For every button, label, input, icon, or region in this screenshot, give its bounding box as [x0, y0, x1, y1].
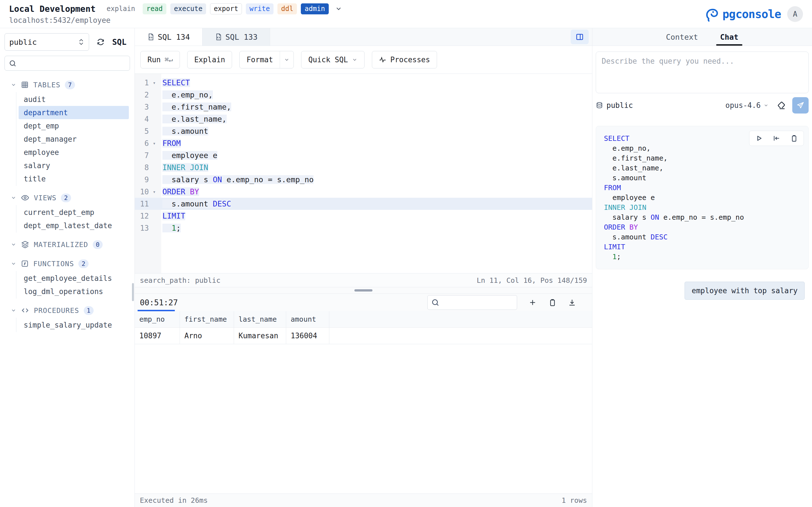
explain-button[interactable]: Explain [187, 51, 232, 68]
format-dropdown-button[interactable] [280, 51, 294, 68]
sidebar-item-title[interactable]: title [18, 172, 129, 185]
results-header-row: emp_nofirst_namelast_nameamount [135, 311, 592, 328]
sidebar-item-current_dept_emp[interactable]: current_dept_emp [18, 206, 129, 219]
column-header-amount[interactable]: amount [286, 311, 329, 327]
model-selector[interactable]: opus-4.6 [725, 101, 769, 110]
code-text: LIMIT [162, 212, 185, 220]
sidebar-item-log_dml_operations[interactable]: log_dml_operations [18, 285, 129, 298]
sidebar-item-dept_emp[interactable]: dept_emp [18, 119, 129, 132]
section-header-tables[interactable]: TABLES7 [0, 77, 135, 92]
badge-write: write [246, 3, 273, 14]
run-code-button[interactable] [755, 134, 763, 142]
section-count-badge: 1 [84, 306, 94, 315]
section-header-procedures[interactable]: PROCEDURES1 [0, 303, 135, 318]
results-empty-area [135, 344, 592, 494]
tab-context[interactable]: Context [665, 28, 699, 46]
section-items: simple_salary_update [16, 318, 135, 332]
sql-mode-label[interactable]: SQL [112, 38, 126, 47]
column-header-emp_no[interactable]: emp_no [135, 311, 180, 327]
section-header-materialized[interactable]: MATERIALIZED0 [0, 237, 135, 252]
processes-button[interactable]: Processes [372, 51, 437, 68]
section-header-views[interactable]: VIEWS2 [0, 190, 135, 205]
tab-chat[interactable]: Chat [719, 28, 740, 46]
sidebar-item-audit[interactable]: audit [18, 93, 129, 106]
editor-line-2[interactable]: 2 e.emp_no, [135, 89, 592, 101]
header-filler [329, 311, 592, 327]
chevron-down-icon[interactable] [335, 5, 342, 12]
section-header-functions[interactable]: FUNCTIONS2 [0, 256, 135, 271]
tab-label: SQL 134 [158, 33, 190, 41]
table-row[interactable]: 10897ArnoKumaresan136004 [135, 328, 592, 344]
editor-line-10[interactable]: 10▾ORDER BY [135, 186, 592, 198]
editor-line-6[interactable]: 6▾FROM [135, 137, 592, 149]
editor-line-5[interactable]: 5 s.amount [135, 125, 592, 137]
fold-arrow-icon[interactable]: ▾ [149, 140, 160, 146]
sidebar-item-dept_emp_latest_date[interactable]: dept_emp_latest_date [18, 219, 129, 232]
download-results-button[interactable] [568, 298, 576, 307]
model-name: opus-4.6 [725, 101, 761, 110]
editor-line-11[interactable]: 11 s.amount DESC [135, 198, 592, 210]
clear-chat-button[interactable] [777, 101, 786, 110]
user-avatar[interactable]: A [787, 6, 803, 22]
chat-prompt-input[interactable] [596, 52, 809, 93]
schema-select[interactable]: public [4, 33, 89, 51]
fold-arrow-icon[interactable]: ▾ [149, 80, 160, 86]
section-label: PROCEDURES [34, 306, 79, 315]
sidebar-item-department[interactable]: department [18, 106, 129, 119]
code-text: e.emp_no, [162, 91, 213, 99]
section-label: TABLES [33, 81, 60, 89]
activity-pulse-icon [379, 56, 386, 63]
refresh-icon[interactable] [96, 38, 105, 46]
sql-editor[interactable]: 1▾SELECT2 e.emp_no,3 e.first_name,4 e.la… [135, 74, 592, 273]
editor-line-8[interactable]: 8INNER JOIN [135, 161, 592, 173]
sidebar-item-simple_salary_update[interactable]: simple_salary_update [18, 318, 129, 332]
sidebar-item-salary[interactable]: salary [18, 159, 129, 172]
fold-arrow-icon[interactable]: ▾ [149, 189, 160, 194]
sidebar-scrollbar-thumb[interactable] [132, 283, 134, 301]
sql-file-icon [147, 33, 154, 41]
query-tabbar: SQL 134 SQL 133 [135, 28, 592, 46]
top-header: Local Development explainreadexecuteexpo… [0, 0, 812, 28]
column-header-last_name[interactable]: last_name [234, 311, 286, 327]
editor-line-12[interactable]: 12LIMIT [135, 210, 592, 222]
results-toolbar: 00:51:27 [135, 293, 592, 311]
line-number: 9 [135, 175, 149, 184]
badge-admin: admin [301, 3, 328, 14]
column-header-first_name[interactable]: first_name [180, 311, 234, 327]
line-number: 12 [135, 212, 149, 220]
section-items: auditdepartmentdept_empdept_manageremplo… [16, 92, 135, 186]
insert-code-button[interactable] [772, 134, 780, 142]
editor-line-13[interactable]: 13 1; [135, 222, 592, 234]
editor-line-7[interactable]: 7 employee e [135, 149, 592, 161]
splitter-drag-handle[interactable] [354, 289, 372, 291]
brand-name: pgconsole [722, 8, 781, 20]
code-text: s.amount [162, 127, 208, 135]
editor-line-9[interactable]: 9 salary s ON e.emp_no = s.emp_no [135, 173, 592, 186]
results-search-input[interactable] [427, 295, 517, 310]
send-button[interactable] [792, 97, 809, 114]
sidebar-item-get_employee_details[interactable]: get_employee_details [18, 272, 129, 285]
sidebar-item-dept_manager[interactable]: dept_manager [18, 132, 129, 146]
code-text: employee e [162, 151, 217, 160]
copy-results-button[interactable] [548, 298, 557, 307]
badge-read: read [143, 3, 166, 14]
run-button[interactable]: Run ⌘↵ [140, 51, 180, 68]
tab-sql-134[interactable]: SQL 134 [135, 28, 202, 46]
response-code-line: salary s ON e.emp_no = s.emp_no [604, 212, 803, 222]
tab-sql-133[interactable]: SQL 133 [202, 28, 270, 46]
result-timer-tab[interactable]: 00:51:27 [140, 298, 178, 307]
connection-string: localhost:5432/employee [9, 16, 342, 24]
add-row-button[interactable] [528, 298, 537, 307]
editor-line-4[interactable]: 4 e.last_name, [135, 113, 592, 125]
editor-line-1[interactable]: 1▾SELECT [135, 76, 592, 89]
chevron-down-icon [11, 195, 16, 201]
editor-line-3[interactable]: 3 e.first_name, [135, 101, 592, 113]
sidebar-item-employee[interactable]: employee [18, 146, 129, 159]
copy-code-button[interactable] [790, 134, 798, 142]
quick-sql-button[interactable]: Quick SQL [301, 51, 364, 68]
line-number: 6 [135, 139, 149, 148]
chevron-down-icon [11, 261, 16, 267]
format-button[interactable]: Format [239, 51, 294, 68]
split-view-button[interactable] [571, 30, 589, 44]
sidebar-search-input[interactable] [4, 56, 130, 71]
